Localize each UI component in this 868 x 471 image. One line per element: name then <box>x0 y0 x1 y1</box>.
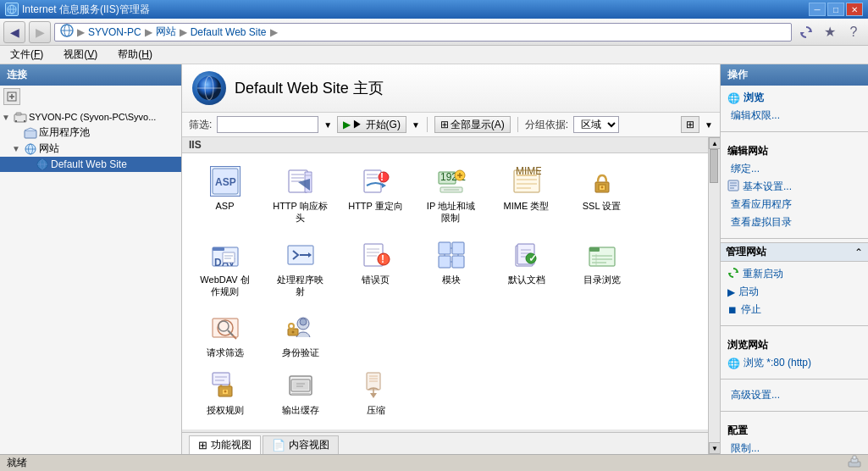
address-default[interactable]: Default Web Site <box>191 26 267 38</box>
mime-label: MIME 类型 <box>504 200 550 212</box>
svg-text:MIME: MIME <box>516 167 541 177</box>
manage-site-section-header[interactable]: 管理网站 ⌃ <box>721 242 868 262</box>
scroll-thumb[interactable] <box>710 149 718 183</box>
action-section-advanced: 高级设置... <box>721 383 868 407</box>
center-panel-inner: IIS ASP ASP <box>182 137 708 454</box>
svg-text:!: ! <box>381 253 384 265</box>
address-sites[interactable]: 网站 <box>156 25 176 39</box>
left-panel-header: 连接 <box>0 64 181 86</box>
menu-file[interactable]: 文件(F) <box>7 46 47 64</box>
filter-dropdown2-icon[interactable]: ▼ <box>412 120 420 130</box>
help-button[interactable]: ? <box>843 21 865 43</box>
action-section-browse: 🌐 浏览 编辑权限... <box>721 86 868 128</box>
asp-label: ASP <box>215 200 234 212</box>
action-section-edit-site: 编辑网站 绑定... 基本设置... 查看应用程序 <box>721 136 868 235</box>
icon-compress[interactable]: 压缩 <box>340 364 412 422</box>
refresh-button[interactable] <box>795 21 817 43</box>
action-limit[interactable]: 限制... <box>727 440 861 454</box>
forward-button[interactable]: ▶ <box>29 21 51 43</box>
address-syvon[interactable]: SYVON-PC <box>88 26 141 38</box>
svg-rect-115 <box>291 393 310 395</box>
left-panel-toolbar <box>0 86 181 108</box>
action-basic-settings[interactable]: 基本设置... <box>727 178 861 196</box>
svg-rect-89 <box>589 247 600 252</box>
icon-error-page[interactable]: ! 错误页 <box>340 234 412 304</box>
webdav-icon: DAV <box>210 240 240 270</box>
action-view-vdir[interactable]: 查看虚拟目录 <box>727 213 861 231</box>
action-section-config: 配置 限制... 添加 FTP 发布... <box>721 415 868 454</box>
svg-rect-74 <box>452 242 464 254</box>
filter-dropdown-icon[interactable]: ▼ <box>323 120 332 130</box>
compress-icon <box>361 370 391 401</box>
module-icon <box>436 240 467 270</box>
auth-label: 身份验证 <box>282 346 319 358</box>
action-edit-perms[interactable]: 编辑权限... <box>727 107 861 125</box>
action-bind[interactable]: 绑定... <box>727 160 861 178</box>
icon-asp[interactable]: ASP ASP <box>189 160 261 230</box>
tree-toggle-root[interactable]: ▼ <box>2 113 12 122</box>
action-browse-80[interactable]: 🌐 浏览 *:80 (http) <box>727 354 861 372</box>
icon-ip-domain[interactable]: 192.168 IP 地址和域限制 <box>415 160 487 230</box>
tree-item-sites[interactable]: ▼ 网站 <box>0 141 181 157</box>
show-all-button[interactable]: ⊞ 全部显示(A) <box>434 116 511 133</box>
svg-rect-13 <box>15 120 17 122</box>
error-page-icon: ! <box>361 240 391 270</box>
icon-output-cache[interactable]: 输出缓存 <box>264 364 336 422</box>
start-button[interactable]: ▶ ▶ 开始(G) <box>337 116 406 133</box>
action-advanced-settings[interactable]: 高级设置... <box>727 386 861 404</box>
tab-function-view[interactable]: ⊞ 功能视图 <box>189 435 261 454</box>
tree-toggle-sites[interactable]: ▼ <box>12 144 22 153</box>
action-view-app[interactable]: 查看应用程序 <box>727 196 861 213</box>
icon-ssl[interactable]: SSL 设置 <box>566 160 638 230</box>
tree-item-apppool[interactable]: ▶ 应用程序池 <box>0 125 181 141</box>
close-button[interactable]: ✕ <box>846 3 863 16</box>
icon-http-header[interactable]: HTTP 响应标头 <box>264 160 336 230</box>
scroll-down-button[interactable]: ▼ <box>709 442 720 454</box>
maximize-button[interactable]: □ <box>827 3 844 16</box>
menu-view[interactable]: 视图(V) <box>60 46 101 64</box>
action-browse[interactable]: 🌐 浏览 <box>727 89 861 107</box>
tab-content-view[interactable]: 📄 内容视图 <box>263 435 339 454</box>
titlebar-icon <box>5 3 19 16</box>
svg-rect-14 <box>24 120 25 122</box>
icon-default-doc[interactable]: ✓ 默认文档 <box>490 234 562 304</box>
tree-item-root[interactable]: ▼ SYVON-PC (Syvon-PC\Syvo... <box>0 109 181 125</box>
svg-point-102 <box>289 324 294 329</box>
view-dropdown-icon[interactable]: ▼ <box>705 120 713 130</box>
action-stop[interactable]: ⏹ 停止 <box>727 301 861 319</box>
scroll-track <box>709 149 720 442</box>
icons-grid-iis: ASP ASP <box>182 153 708 371</box>
scroll-up-button[interactable]: ▲ <box>709 137 720 149</box>
icon-handler[interactable]: 处理程序映射 <box>264 234 336 304</box>
tree-item-default-site[interactable]: ▶ Default Web Site <box>0 157 181 172</box>
tree-icon-default-site <box>36 158 49 171</box>
left-panel: 连接 ▼ SYVON-PC (Syvon-PC\Syvo... <box>0 64 182 454</box>
star-button[interactable]: ★ <box>819 21 841 43</box>
address-sep4: ▶ <box>270 26 278 38</box>
icon-mime[interactable]: MIME MIME 类型 <box>490 160 562 230</box>
icon-auth[interactable]: 身份验证 <box>264 307 336 364</box>
browse-80-icon: 🌐 <box>727 357 740 369</box>
action-start[interactable]: ▶ 启动 <box>727 283 861 301</box>
icon-dir-browse[interactable]: 目录浏览 <box>566 234 638 304</box>
back-button[interactable]: ◀ <box>3 21 25 43</box>
left-panel-new-btn[interactable] <box>3 88 20 105</box>
icon-webdav[interactable]: DAV WebDAV 创作规则 <box>189 234 261 304</box>
titlebar-controls: ─ □ ✕ <box>809 3 863 16</box>
filter-input[interactable] <box>217 116 318 133</box>
action-restart[interactable]: 重新启动 <box>727 265 861 283</box>
restart-icon <box>727 267 739 281</box>
view-toggle-button[interactable]: ⊞ <box>681 116 699 133</box>
minimize-button[interactable]: ─ <box>809 3 826 16</box>
asp-icon: ASP <box>210 166 240 197</box>
group-select[interactable]: 区域 <box>573 116 619 133</box>
right-panel-scroll: 🌐 浏览 编辑权限... 编辑网站 绑定... <box>721 86 868 454</box>
status-text: 就绪 <box>7 456 27 470</box>
icon-auth-rule[interactable]: 授权规则 <box>189 364 261 422</box>
main-window: ◀ ▶ ▶ SYVON-PC ▶ 网站 ▶ Default Web Site ▶… <box>0 19 868 471</box>
icon-req-filter[interactable]: 请求筛选 <box>189 307 261 364</box>
svg-point-106 <box>224 391 226 393</box>
menu-help[interactable]: 帮助(H) <box>114 46 156 64</box>
icon-http-redirect[interactable]: ! HTTP 重定向 <box>340 160 412 230</box>
icon-module[interactable]: 模块 <box>415 234 487 304</box>
